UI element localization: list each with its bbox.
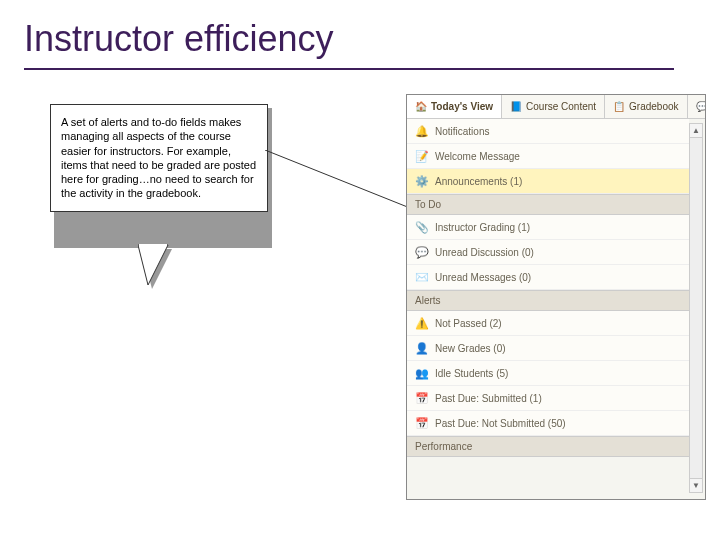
tab-todays-view[interactable]: 🏠 Today's View <box>407 95 502 118</box>
section-header-alerts: Alerts <box>407 290 689 311</box>
row-label: Idle Students (5) <box>435 368 508 379</box>
clip-icon: 📎 <box>415 220 429 234</box>
tab-label: Today's View <box>431 101 493 112</box>
row-label: Past Due: Submitted (1) <box>435 393 542 404</box>
bell-icon: 🔔 <box>415 124 429 138</box>
tab-label: Course Content <box>526 101 596 112</box>
scroll-down-icon[interactable]: ▼ <box>690 478 702 492</box>
row-label: Not Passed (2) <box>435 318 502 329</box>
chat-icon: 💬 <box>415 245 429 259</box>
book-icon: 📘 <box>510 101 522 113</box>
row-unread-discussion[interactable]: 💬 Unread Discussion (0) <box>407 240 689 265</box>
row-label: Instructor Grading (1) <box>435 222 530 233</box>
note-icon: 📝 <box>415 149 429 163</box>
gear-icon: ⚙️ <box>415 174 429 188</box>
grades-icon: 📋 <box>613 101 625 113</box>
calendar-icon: 📅 <box>415 416 429 430</box>
svg-line-3 <box>265 150 410 208</box>
app-tabs: 🏠 Today's View 📘 Course Content 📋 Gradeb… <box>407 95 705 119</box>
home-icon: 🏠 <box>415 101 427 113</box>
tab-label: Gradebook <box>629 101 678 112</box>
row-notifications[interactable]: 🔔 Notifications <box>407 119 689 144</box>
row-label: Announcements (1) <box>435 176 522 187</box>
callout-box: A set of alerts and to-do fields makes m… <box>50 104 268 212</box>
row-past-due-not-submitted[interactable]: 📅 Past Due: Not Submitted (50) <box>407 411 689 436</box>
row-instructor-grading[interactable]: 📎 Instructor Grading (1) <box>407 215 689 240</box>
row-label: Welcome Message <box>435 151 520 162</box>
tab-gradebook[interactable]: 📋 Gradebook <box>605 95 687 118</box>
tab-communicate[interactable]: 💬 Communi <box>688 95 706 118</box>
person-icon: 👤 <box>415 341 429 355</box>
app-screenshot: 🏠 Today's View 📘 Course Content 📋 Gradeb… <box>406 94 706 500</box>
row-idle-students[interactable]: 👥 Idle Students (5) <box>407 361 689 386</box>
row-past-due-submitted[interactable]: 📅 Past Due: Submitted (1) <box>407 386 689 411</box>
callout-tail <box>138 244 188 298</box>
mail-icon: ✉️ <box>415 270 429 284</box>
row-welcome[interactable]: 📝 Welcome Message <box>407 144 689 169</box>
section-header-todo: To Do <box>407 194 689 215</box>
row-label: Past Due: Not Submitted (50) <box>435 418 566 429</box>
warn-icon: ⚠️ <box>415 316 429 330</box>
calendar-icon: 📅 <box>415 391 429 405</box>
row-new-grades[interactable]: 👤 New Grades (0) <box>407 336 689 361</box>
person-icon: 👥 <box>415 366 429 380</box>
title-underline <box>24 68 674 70</box>
row-announcements[interactable]: ⚙️ Announcements (1) <box>407 169 689 194</box>
row-label: Unread Messages (0) <box>435 272 531 283</box>
row-label: Notifications <box>435 126 489 137</box>
comm-icon: 💬 <box>696 101 706 113</box>
section-header-performance: Performance <box>407 436 689 457</box>
scrollbar[interactable]: ▲ ▼ <box>689 123 703 493</box>
row-label: New Grades (0) <box>435 343 506 354</box>
row-label: Unread Discussion (0) <box>435 247 534 258</box>
row-not-passed[interactable]: ⚠️ Not Passed (2) <box>407 311 689 336</box>
tab-course-content[interactable]: 📘 Course Content <box>502 95 605 118</box>
row-unread-messages[interactable]: ✉️ Unread Messages (0) <box>407 265 689 290</box>
scroll-up-icon[interactable]: ▲ <box>690 124 702 138</box>
page-title: Instructor efficiency <box>24 18 333 60</box>
